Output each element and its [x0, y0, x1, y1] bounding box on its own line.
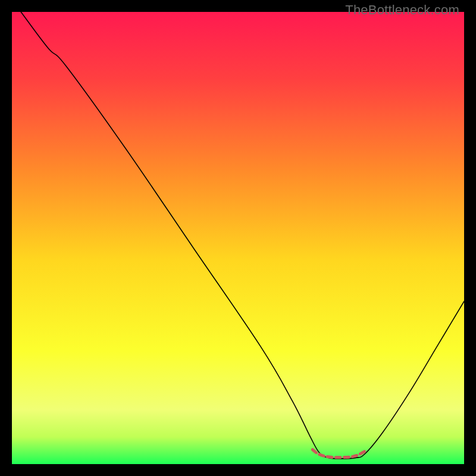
chart-frame — [12, 12, 464, 464]
bottleneck-chart — [12, 12, 464, 464]
chart-background — [12, 12, 464, 464]
watermark-text: TheBottleneck.com — [345, 2, 459, 18]
